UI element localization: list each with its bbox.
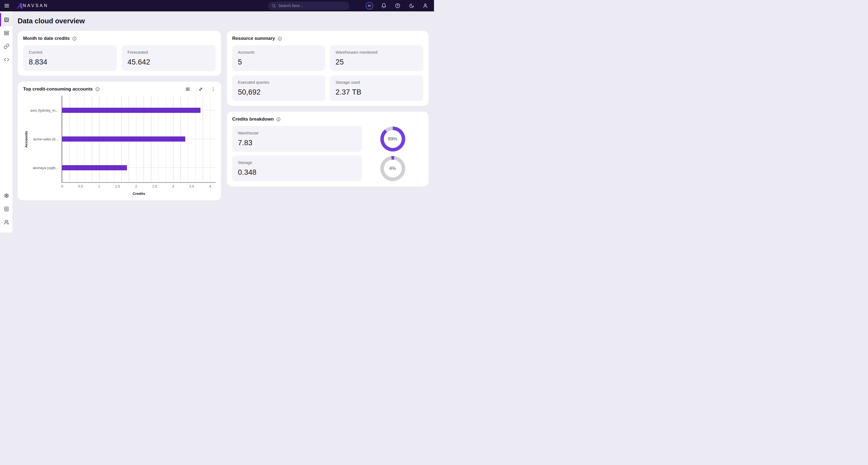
chart-category-label: ams (fydrxby_m... <box>29 96 62 125</box>
stat-card-forecasted: Forecasted 45.642 <box>122 45 216 71</box>
chart-x-axis-title: Credits <box>62 192 216 196</box>
card-title-top-accounts: Top credit-consuming accounts <box>23 87 93 92</box>
brand-logo[interactable]: A NAVSAN <box>17 2 49 9</box>
stat-label: Storage <box>238 160 356 165</box>
chart-category-label: acme-sales (tt... <box>29 125 62 154</box>
top-navbar: A NAVSAN AI <box>0 0 434 11</box>
stat-label: Warehouses monitored <box>336 50 417 55</box>
stat-label: Current <box>29 50 111 55</box>
dark-mode-moon-icon[interactable] <box>408 2 415 9</box>
expand-icon[interactable] <box>198 87 204 92</box>
chart-category-label: akshaya (xpjlb... <box>29 154 62 182</box>
stat-label: Executed queries <box>238 80 320 85</box>
info-icon[interactable] <box>276 117 281 122</box>
more-options-kebab-icon[interactable] <box>211 87 216 92</box>
chart-x-tick: 1.5 <box>115 184 120 188</box>
stat-card-current: Current 8.834 <box>23 45 117 71</box>
info-icon[interactable] <box>95 87 100 92</box>
top-accounts-chart-card: Top credit-consuming accounts <box>18 81 221 201</box>
stat-value: 50,692 <box>238 88 320 97</box>
chart-bar[interactable] <box>62 108 200 113</box>
chart-x-tick: 4 <box>209 184 211 188</box>
sidebar-item-link-connections[interactable] <box>0 39 13 53</box>
sidebar-item-dashboard-overview[interactable] <box>0 13 13 26</box>
menu-hamburger-icon[interactable] <box>3 2 11 10</box>
chart-y-axis-title: Accounts <box>23 96 29 183</box>
stat-card-warehouses-monitored: Warehouses monitored 25 <box>330 45 423 71</box>
ai-assistant-label: AI <box>366 2 373 9</box>
chart-x-tick: 2 <box>135 184 137 188</box>
left-column: Month to date credits Current 8.834 <box>18 31 221 206</box>
code-icon <box>3 57 9 63</box>
sidebar-item-notebook-log[interactable] <box>0 202 13 215</box>
search-bar[interactable] <box>268 2 349 10</box>
dashboard-overview-icon <box>3 17 9 23</box>
card-title-resource-summary: Resource summary <box>232 36 275 41</box>
info-icon[interactable] <box>72 36 77 41</box>
chart-x-tick: 0 <box>61 184 63 188</box>
layout-boards-icon <box>3 30 9 36</box>
stat-card-accounts: Accounts 5 <box>232 45 326 71</box>
chart-bar[interactable] <box>62 165 127 170</box>
notifications-bell-icon[interactable] <box>380 2 387 9</box>
user-profile-icon[interactable] <box>422 2 429 9</box>
chart-plot-area <box>62 96 216 183</box>
stat-label: Forecasted <box>127 50 210 55</box>
warehouse-donut-gauge[interactable]: 89% <box>380 127 405 152</box>
brand-name: NAVSAN <box>23 3 49 8</box>
app-root: A NAVSAN AI <box>0 0 434 232</box>
navbar-actions: AI <box>366 2 429 9</box>
breakdown-row-storage: Storage 0.348 4% <box>232 156 423 181</box>
card-title-month-to-date: Month to date credits <box>23 36 70 41</box>
chart-row <box>62 96 216 125</box>
link-icon <box>3 43 9 49</box>
users-icon <box>3 219 9 225</box>
credits-breakdown-card: Credits breakdown Warehouse 7.83 <box>227 112 429 187</box>
sidebar-item-hexagon-wheel[interactable] <box>0 189 13 202</box>
stat-value: 7.83 <box>238 139 356 147</box>
chart-x-tick: 1 <box>98 184 100 188</box>
card-title-credits-breakdown: Credits breakdown <box>232 117 274 122</box>
stat-value: 25 <box>336 58 417 66</box>
stat-label: Storage used <box>336 80 417 85</box>
stat-card-executed-queries: Executed queries 50,692 <box>232 75 326 101</box>
right-column: Resource summary Accounts 5 Wareho <box>227 31 429 192</box>
help-icon[interactable] <box>394 2 401 9</box>
info-icon[interactable] <box>278 36 282 41</box>
bar-chart: Accounts ams (fydrxby_m...acme-sales (tt… <box>23 96 216 183</box>
hexagon-wheel-icon <box>3 193 9 199</box>
search-input[interactable] <box>278 3 346 8</box>
chart-bar[interactable] <box>62 137 185 142</box>
chart-x-tick: 2.5 <box>152 184 157 188</box>
icon-sidebar <box>0 11 13 232</box>
stat-value: 0.348 <box>238 168 356 177</box>
donut-percent-label: 89% <box>380 127 405 152</box>
page-title: Data cloud overview <box>18 17 429 25</box>
sidebar-item-layout-boards[interactable] <box>0 26 13 39</box>
storage-donut-gauge[interactable]: 4% <box>380 156 405 181</box>
stat-value: 5 <box>238 58 320 66</box>
sidebar-item-code[interactable] <box>0 53 13 66</box>
notebook-icon <box>3 206 9 212</box>
chart-x-tick: 3 <box>172 184 174 188</box>
chart-row <box>62 125 216 154</box>
chart-category-labels: ams (fydrxby_m...acme-sales (tt...akshay… <box>29 96 62 183</box>
chart-x-tick: 0.5 <box>78 184 83 188</box>
main-content: Data cloud overview Month to date credit… <box>13 11 434 232</box>
stat-value: 45.642 <box>127 58 210 66</box>
stat-card-storage-used: Storage used 2.37 TB <box>330 75 423 101</box>
ai-assistant-button[interactable]: AI <box>366 2 373 9</box>
brand-logo-mark: A <box>17 2 23 9</box>
donut-percent-label: 4% <box>380 156 405 181</box>
chart-x-axis-ticks: 00.511.522.533.54 <box>62 184 216 190</box>
month-to-date-credits-card: Month to date credits Current 8.834 <box>18 31 221 76</box>
stat-card-storage: Storage 0.348 <box>232 156 362 181</box>
stat-label: Warehouse <box>238 131 356 135</box>
resource-summary-card: Resource summary Accounts 5 Wareho <box>227 31 429 106</box>
stat-value: 8.834 <box>29 58 111 66</box>
stat-card-warehouse: Warehouse 7.83 <box>232 126 362 152</box>
data-view-icon[interactable] <box>185 87 191 92</box>
breakdown-row-warehouse: Warehouse 7.83 89% <box>232 126 423 152</box>
sidebar-item-users[interactable] <box>0 215 13 229</box>
stat-label: Accounts <box>238 50 320 55</box>
